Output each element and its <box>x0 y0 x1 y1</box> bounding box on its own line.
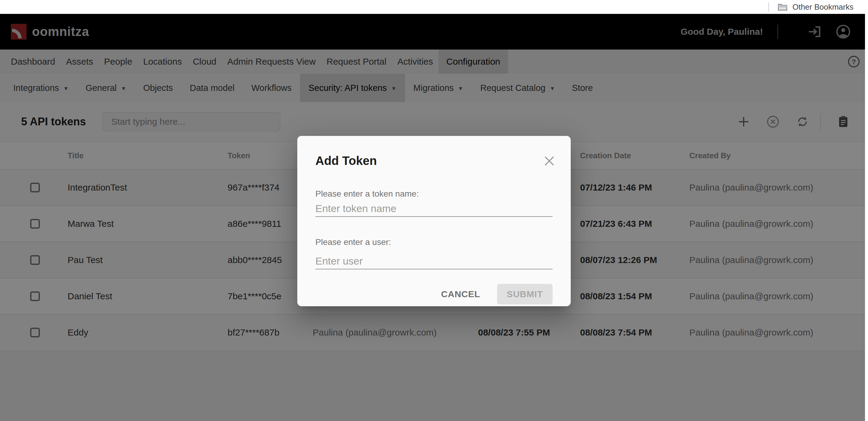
app-window: Other Bookmarks oomnitza Good Day, Pauli… <box>0 0 868 421</box>
add-token-modal: Add Token Please enter a token name: Ple… <box>297 136 571 306</box>
user-input[interactable] <box>315 253 553 269</box>
other-bookmarks-label[interactable]: Other Bookmarks <box>793 2 854 12</box>
browser-scrollbar[interactable] <box>865 14 868 421</box>
modal-title: Add Token <box>315 153 553 169</box>
cancel-button[interactable]: CANCEL <box>440 284 482 304</box>
user-label: Please enter a user: <box>315 237 553 247</box>
modal-actions: CANCEL SUBMIT <box>315 284 553 304</box>
folder-icon <box>777 3 788 11</box>
bookmarks-divider <box>768 2 769 11</box>
token-name-input[interactable] <box>315 201 553 217</box>
browser-bookmarks-bar: Other Bookmarks <box>0 0 868 14</box>
submit-button[interactable]: SUBMIT <box>497 284 553 304</box>
close-icon[interactable] <box>544 156 554 166</box>
token-name-label: Please enter a token name: <box>315 189 553 199</box>
